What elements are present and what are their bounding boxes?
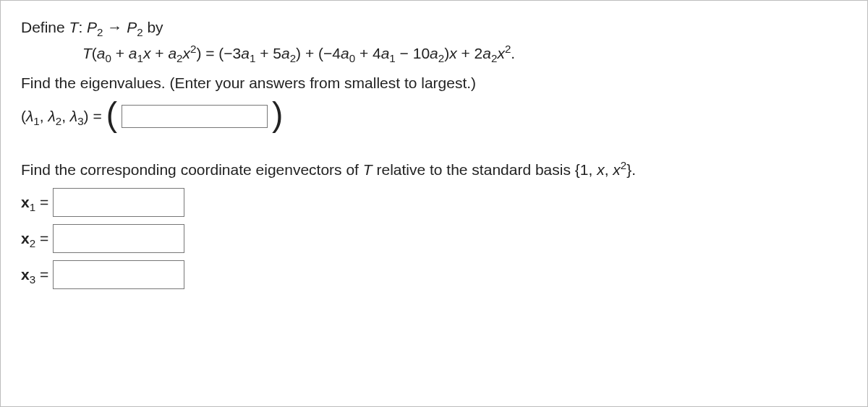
problem-define: Define T: P2 → P2 by [21,17,847,38]
x3-input[interactable] [53,260,184,289]
x2-input[interactable] [53,224,184,253]
x2-row: x2 = [21,224,847,253]
x3-row: x3 = [21,260,847,289]
eigenvalue-row: (λ1, λ2, λ3) = ( ) [21,101,847,131]
x1-row: x1 = [21,188,847,217]
prompt-eigenvalues: Find the eigenvalues. (Enter your answer… [21,72,847,94]
close-paren-icon: ) [272,100,283,129]
eigenvalues-input[interactable] [122,105,268,128]
x2-label: x2 = [21,230,48,247]
open-paren-icon: ( [106,100,117,129]
x3-label: x3 = [21,266,48,283]
prompt-eigenvectors: Find the corresponding coordinate eigenv… [21,159,847,181]
lambda-label: (λ1, λ2, λ3) = [21,108,102,125]
define-text: Define T: P2 → P2 by [21,19,163,35]
equation: T(a0 + a1x + a2x2) = (−3a1 + 5a2) + (−4a… [21,43,847,64]
x1-label: x1 = [21,194,48,211]
x1-input[interactable] [53,188,184,217]
